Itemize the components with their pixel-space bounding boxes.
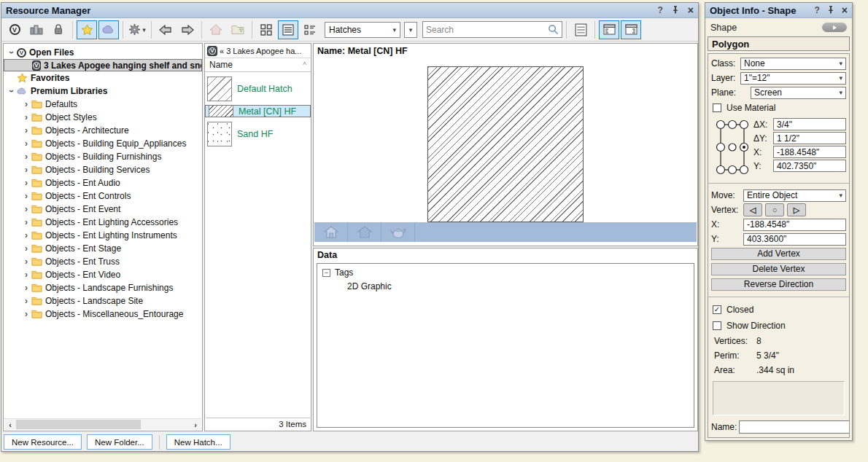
new-hatch-button[interactable]: New Hatch... <box>166 434 230 450</box>
toggle-left-pane-button[interactable] <box>599 20 619 39</box>
anchor-point-selector[interactable] <box>714 118 751 176</box>
tree-item[interactable]: ›Objects - Miscellaneous_Entourage <box>4 308 202 321</box>
forward-button[interactable] <box>177 20 198 39</box>
detail-view-button[interactable] <box>300 20 320 39</box>
resource-list-header[interactable]: V « 3 Lakes Apogee ha... <box>205 44 311 58</box>
delete-vertex-button[interactable]: Delete Vertex <box>711 263 846 275</box>
help-icon[interactable]: ? <box>657 6 662 15</box>
collapse-chevron-icon[interactable]: › <box>21 152 31 162</box>
tree-item[interactable]: ›Objects - Ent Audio <box>4 176 202 189</box>
collapse-chevron-icon[interactable]: › <box>21 191 31 201</box>
tree-item[interactable]: ›Objects - Building Services <box>4 163 202 176</box>
plane-dropdown[interactable]: Screen▾ <box>751 87 846 99</box>
tree-item[interactable]: ›Objects - Architecture <box>4 124 202 137</box>
libraries-button[interactable] <box>26 20 47 39</box>
tree-item[interactable]: ›Object Styles <box>4 111 202 124</box>
tree-horizontal-scrollbar[interactable]: ‹ › <box>4 418 201 430</box>
gear-dropdown-arrow[interactable]: ▾ <box>142 26 146 34</box>
collapse-chevron-icon[interactable]: › <box>21 243 31 254</box>
previous-vertex-button[interactable]: ◁ <box>743 203 762 216</box>
collapse-chevron-icon[interactable]: › <box>21 217 31 227</box>
close-icon[interactable]: × <box>688 5 694 15</box>
add-vertex-button[interactable]: Add Vertex <box>711 248 846 260</box>
import-folder-button[interactable] <box>228 20 248 39</box>
lock-button[interactable] <box>48 20 69 39</box>
select-vertex-button[interactable]: ○ <box>765 203 784 216</box>
collapse-minus-icon[interactable]: − <box>322 269 330 277</box>
tree-item[interactable]: ›Objects - Ent Event <box>4 203 202 216</box>
plan-view-button[interactable] <box>314 222 347 242</box>
tab-shape[interactable]: Shape <box>710 23 737 33</box>
name-column-header[interactable]: Name ^ <box>205 58 311 72</box>
tree-item[interactable]: ›Objects - Ent Controls <box>4 189 202 203</box>
collapse-chevron-icon[interactable]: › <box>21 257 31 267</box>
tab-expander-button[interactable] <box>822 23 847 32</box>
home-folder-button[interactable] <box>206 20 226 39</box>
expand-chevron-icon[interactable]: › <box>7 47 17 58</box>
scroll-right-arrow-icon[interactable]: › <box>190 420 201 429</box>
tree-item[interactable]: ›Objects - Ent Lighting Instruments <box>4 229 202 242</box>
delta-x-field[interactable]: 3/4" <box>773 118 846 130</box>
settings-button[interactable]: ▾ <box>127 20 147 39</box>
tree-item[interactable]: ›Objects - Building Equip_Appliances <box>4 137 202 150</box>
collapse-chevron-icon[interactable]: › <box>21 112 31 122</box>
delta-y-field[interactable]: 1 1/2" <box>773 132 846 144</box>
resource-list-item[interactable]: Sand HF <box>205 117 311 150</box>
tree-item[interactable]: ›VOpen Files <box>4 46 202 59</box>
closed-checkbox[interactable] <box>713 305 721 314</box>
pin-icon[interactable] <box>827 5 834 16</box>
cloud-libraries-button[interactable] <box>98 20 119 39</box>
search-box[interactable] <box>422 21 562 38</box>
tree-item[interactable]: ›Objects - Building Furnishings <box>4 150 202 163</box>
tree-item[interactable]: ›Objects - Ent Stage <box>4 242 202 255</box>
object-info-titlebar[interactable]: Object Info - Shape ? × <box>705 3 852 18</box>
collapse-chevron-icon[interactable]: › <box>21 178 31 188</box>
resource-list-item[interactable]: Default Hatch <box>205 72 311 105</box>
next-vertex-button[interactable]: ▷ <box>787 203 806 216</box>
object-name-input[interactable] <box>739 420 850 434</box>
favorites-button[interactable] <box>77 20 97 39</box>
filter-options-dropdown[interactable]: ▾ <box>404 22 417 38</box>
tree-item[interactable]: V3 Lakes Apogee hanging shelf and sne <box>4 59 202 71</box>
new-folder-button[interactable]: New Folder... <box>87 434 152 450</box>
collapse-chevron-icon[interactable]: › <box>21 309 31 319</box>
tree-item[interactable]: ›Objects - Landscape Furnishings <box>4 281 202 294</box>
render-mode-button[interactable] <box>381 222 414 242</box>
scroll-left-arrow-icon[interactable]: ‹ <box>4 420 16 429</box>
resource-list-item[interactable]: Metal [CN] HF <box>205 105 311 117</box>
tree-item[interactable]: ›Objects - Ent Video <box>4 268 202 281</box>
tree-item[interactable]: ›Objects - Landscape Site <box>4 294 202 308</box>
collapse-chevron-icon[interactable]: › <box>21 99 31 109</box>
use-material-checkbox[interactable] <box>713 103 721 112</box>
x-field[interactable]: -188.4548" <box>773 146 846 158</box>
move-dropdown[interactable]: Entire Object▾ <box>743 189 846 202</box>
resource-type-dropdown[interactable]: Hatches ▾ <box>325 22 400 38</box>
tree-item[interactable]: ›Defaults <box>4 98 202 111</box>
collapse-chevron-icon[interactable]: › <box>21 204 31 214</box>
collapse-chevron-icon[interactable]: › <box>21 165 31 175</box>
y-field[interactable]: 402.7350" <box>773 160 846 172</box>
collapse-chevron-icon[interactable]: › <box>21 283 31 293</box>
show-direction-checkbox[interactable] <box>713 321 721 330</box>
collapse-chevron-icon[interactable]: › <box>21 125 31 136</box>
collapse-chevron-icon[interactable]: › <box>21 230 31 240</box>
scrollbar-thumb[interactable] <box>16 420 141 429</box>
toggle-right-pane-button[interactable] <box>621 20 641 39</box>
close-icon[interactable]: × <box>842 5 848 15</box>
preview-pane-button[interactable] <box>570 20 591 39</box>
tree-item[interactable]: ›Objects - Ent Truss <box>4 255 202 268</box>
resource-manager-titlebar[interactable]: Resource Manager ? × <box>1 3 698 18</box>
vectorworks-home-button[interactable]: V <box>4 20 25 39</box>
reverse-direction-button[interactable]: Reverse Direction <box>711 278 846 291</box>
scrollbar-track[interactable] <box>16 420 190 430</box>
layer-dropdown[interactable]: 1"=12"▾ <box>740 72 846 85</box>
list-view-button[interactable] <box>278 20 298 39</box>
vertex-x-field[interactable]: -188.4548" <box>743 219 846 231</box>
tree-item[interactable]: ›Objects - Ent Lighting Accessories <box>4 216 202 229</box>
grid-view-button[interactable] <box>256 20 276 39</box>
collapse-chevron-icon[interactable]: › <box>21 138 31 149</box>
class-dropdown[interactable]: None▾ <box>740 58 846 70</box>
expand-chevron-icon[interactable]: › <box>7 86 17 96</box>
collapse-chevrons-icon[interactable]: « <box>220 47 224 55</box>
tree-item[interactable]: ›Premium Libraries <box>4 85 202 98</box>
